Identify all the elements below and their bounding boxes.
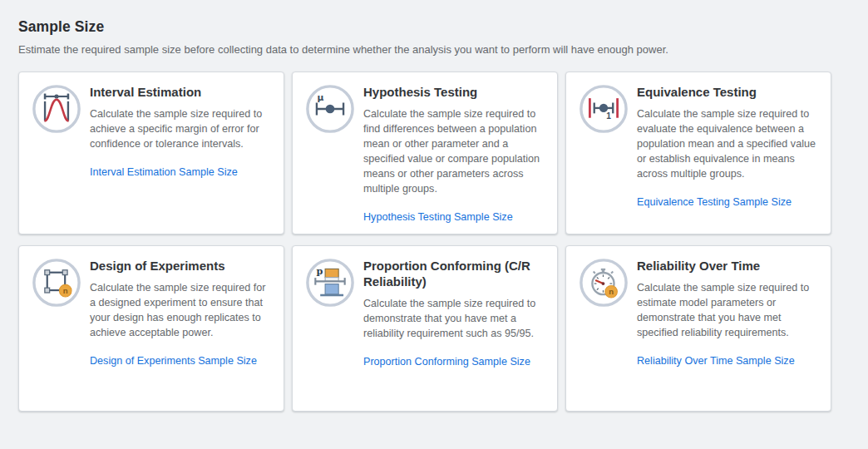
hypothesis-testing-icon: μ <box>305 84 355 134</box>
card-equivalence-testing: 1 Equivalence Testing Calculate the samp… <box>565 72 831 234</box>
hypothesis-testing-link[interactable]: Hypothesis Testing Sample Size <box>363 211 513 223</box>
equivalence-testing-icon: 1 <box>579 84 629 134</box>
page-subtitle: Estimate the required sample size before… <box>18 43 868 56</box>
svg-text:μ: μ <box>317 92 323 103</box>
equivalence-testing-link[interactable]: Equivalence Testing Sample Size <box>637 196 792 208</box>
sample-size-card-grid: Interval Estimation Calculate the sample… <box>18 72 868 412</box>
svg-text:1: 1 <box>606 111 611 121</box>
proportion-conforming-icon: p <box>305 258 355 308</box>
card-interval-estimation: Interval Estimation Calculate the sample… <box>18 72 284 234</box>
sample-size-page: Sample Size Estimate the required sample… <box>0 0 868 412</box>
card-description: Calculate the sample size required to es… <box>637 280 818 340</box>
proportion-conforming-link[interactable]: Proportion Conforming Sample Size <box>363 356 530 368</box>
page-title: Sample Size <box>18 18 868 36</box>
card-title: Hypothesis Testing <box>363 85 545 101</box>
card-design-of-experiments: n Design of Experiments Calculate the sa… <box>18 245 284 412</box>
svg-text:n: n <box>63 286 68 295</box>
card-description: Calculate the sample size required to fi… <box>363 106 545 196</box>
card-description: Calculate the sample size required to de… <box>363 296 545 341</box>
card-description: Calculate the sample size required to ev… <box>637 106 818 181</box>
card-description: Calculate the sample size required to ac… <box>90 106 271 151</box>
card-title: Reliability Over Time <box>637 259 818 274</box>
card-description: Calculate the sample size required for a… <box>90 280 271 340</box>
card-proportion-conforming: p Proportion Conforming (C/R Reliability… <box>292 245 558 412</box>
card-hypothesis-testing: μ Hypothesis Testing Calculate the sampl… <box>292 72 558 234</box>
design-of-experiments-icon: n <box>32 258 81 308</box>
card-title: Interval Estimation <box>90 85 271 101</box>
card-title: Equivalence Testing <box>637 85 818 101</box>
card-title: Proportion Conforming (C/R Reliability) <box>363 259 545 290</box>
svg-text:p: p <box>316 265 323 277</box>
reliability-over-time-icon: n <box>579 258 629 308</box>
svg-text:n: n <box>609 287 614 296</box>
design-of-experiments-link[interactable]: Design of Experiments Sample Size <box>90 355 257 367</box>
reliability-over-time-link[interactable]: Reliability Over Time Sample Size <box>637 355 795 367</box>
card-reliability-over-time: n Reliability Over Time Calculate the sa… <box>565 245 831 412</box>
interval-estimation-link[interactable]: Interval Estimation Sample Size <box>90 166 238 178</box>
interval-estimation-icon <box>32 84 81 134</box>
card-title: Design of Experiments <box>90 259 271 274</box>
